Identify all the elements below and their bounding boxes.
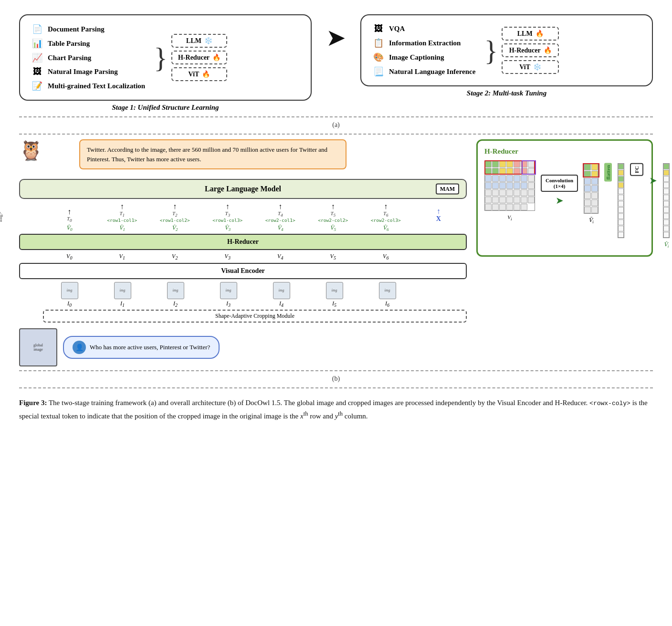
item-nli: 📃 Natural Language Inference	[372, 66, 475, 77]
conv-arrow: ➤	[556, 195, 564, 206]
vhat-1: V̂1	[96, 225, 149, 232]
vi-grid	[484, 160, 535, 211]
images-row: img I0 img I1 img I2 img I3 img I4 img I…	[19, 282, 467, 308]
stage2-hreducer: H-Reducer 🔥	[502, 43, 559, 57]
figure-a-label: (a)	[19, 121, 653, 129]
token-col-1: ↑ T1 <row1-col1>	[96, 203, 149, 223]
stage2-brace: }	[484, 36, 498, 65]
hreducer-inner: Vi Convolution(1×4) ➤	[484, 160, 645, 249]
stage1-items: 📄 Document Parsing 📊 Table Parsing 📈 Cha…	[31, 24, 145, 91]
global-image: globalimage	[19, 328, 57, 366]
vi-bar-label: V̄i	[588, 217, 594, 224]
item-natural: 🖼 Natural Image Parsing	[31, 67, 145, 77]
img-i4: img I4	[255, 282, 308, 308]
thumb-i1: img	[114, 282, 131, 299]
item-document: 📄 Document Parsing	[31, 24, 145, 34]
item-text-local: 📝 Multi-grained Text Localization	[31, 81, 145, 91]
vhat-4: V̂4	[254, 225, 307, 232]
item-chart: 📈 Chart Parsing	[31, 52, 145, 63]
llm-label: Large Language Model	[205, 185, 281, 193]
shape-adaptive-box: Shape-Adaptive Cropping Module	[43, 310, 467, 323]
stage2-vit: ViT ❄️	[502, 60, 559, 74]
code-token: <rowx-coly>	[589, 400, 630, 407]
stage2-label: Stage 2: Multi-task Tuning	[360, 89, 653, 97]
item-caption: 🎨 Image Captioning	[372, 52, 475, 63]
vi-hat-section: V̂i	[663, 163, 670, 249]
shape-adaptive-label: Shape-Adaptive Cropping Module	[215, 313, 294, 319]
token-col-3: ↑ T3 <row1-col3>	[201, 203, 254, 223]
v0: V0	[43, 253, 96, 261]
question-text: Who has more active users, Pinterest or …	[90, 344, 210, 351]
llm-snow-icon: ❄️	[204, 37, 212, 45]
separator-b	[19, 134, 653, 135]
separator-b2	[19, 370, 653, 371]
img-i0: img I0	[43, 282, 96, 308]
fc-arrow: ➤	[649, 175, 657, 186]
tokens-row: <global-img> ↑ T0 ↑ T1 <row1-col1> ↑ T2 …	[19, 203, 467, 223]
stage1-brace-modules: } LLM ❄️ H-Reducer 🔥 ViT 🔥	[154, 34, 227, 81]
stage1-label: Stage 1: Unified Structure Learning	[19, 104, 312, 112]
vi-bar-grid	[584, 163, 598, 214]
stage2-modules: LLM 🔥 H-Reducer 🔥 ViT ❄️	[502, 27, 559, 74]
vit-snow2-icon: ❄️	[533, 63, 541, 71]
stage-arrow: ➤	[326, 14, 346, 52]
top-owl-row: 🦉 Twitter. According to the image, there…	[19, 139, 467, 174]
token-col-4: ↑ T4 <row2-col1>	[254, 203, 307, 223]
thumb-i5: img	[326, 282, 343, 299]
vi-grid-container	[484, 160, 535, 211]
stage1-brace: }	[154, 43, 168, 72]
vit-flame-icon: 🔥	[202, 70, 210, 78]
natural-icon: 🖼	[31, 67, 44, 77]
bottom-row: globalimage 👤 Who has more active users,…	[19, 328, 467, 366]
img-i1: img I1	[96, 282, 149, 308]
hreducer-bar: H-Reducer	[19, 234, 467, 250]
stage1-llm: LLM ❄️	[171, 34, 227, 48]
chart-icon: 📈	[31, 52, 44, 63]
token-col-2: ↑ T2 <row1-col2>	[148, 203, 201, 223]
figure-b-label: (b)	[19, 375, 653, 383]
thumb-i3: img	[220, 282, 237, 299]
img-i2: img I2	[149, 282, 202, 308]
vi-bar-section: V̄i	[584, 163, 598, 224]
token-col-6: ↑ T6 <row2-col3>	[359, 203, 412, 223]
token-col-x: ↑ X	[412, 208, 465, 223]
flatten-label: flatten	[604, 163, 612, 182]
caption-text: The two-stage training framework (a) and…	[19, 399, 648, 420]
item-table: 📊 Table Parsing	[31, 38, 145, 49]
v1: V1	[96, 253, 149, 261]
hreducer-flame2-icon: 🔥	[544, 46, 552, 54]
v3: V3	[201, 253, 254, 261]
stage2-brace-modules: } LLM 🔥 H-Reducer 🔥 ViT ❄️	[484, 27, 559, 74]
vhat-5: V̂5	[307, 225, 360, 232]
hreducer-title: H-Reducer	[484, 147, 645, 156]
stage1-wrapper: 📄 Document Parsing 📊 Table Parsing 📈 Cha…	[19, 14, 312, 112]
vhat-row: V̂0 V̂1 V̂2 V̂3 V̂4 V̂5 V̂6	[19, 225, 467, 232]
v4: V4	[254, 253, 307, 261]
section-a: 📄 Document Parsing 📊 Table Parsing 📈 Cha…	[19, 14, 653, 112]
v-tokens-row: V0 V1 V2 V3 V4 V5 V6	[19, 253, 467, 261]
question-box: 👤 Who has more active users, Pinterest o…	[63, 336, 220, 359]
llm-flame2-icon: 🔥	[536, 30, 544, 38]
section-b: 🦉 Twitter. According to the image, there…	[19, 139, 653, 366]
vi-hat-label: V̂i	[664, 241, 669, 249]
caption-icon: 🎨	[372, 52, 385, 63]
stage2-items: 🖼 VQA 📋 Information Extraction 🎨 Image C…	[372, 24, 475, 77]
thumb-i4: img	[273, 282, 290, 299]
token-col-0: ↑ T0	[43, 208, 96, 223]
separator-b3	[19, 387, 653, 388]
thumb-i6: img	[379, 282, 396, 299]
nli-icon: 📃	[372, 66, 385, 77]
conv-box: Convolution(1×4)	[541, 175, 578, 192]
thumb-i2: img	[167, 282, 184, 299]
tall-vector-section	[618, 163, 624, 238]
document-icon: 📄	[31, 24, 44, 34]
separator-a	[19, 116, 653, 117]
llm-box: Large Language Model MAM	[19, 179, 467, 199]
vhat-6: V̂6	[359, 225, 412, 232]
img-i5: img I5	[308, 282, 361, 308]
flatten-section: flatten	[604, 163, 612, 182]
vi-bar-container	[584, 163, 598, 214]
stage1-vit: ViT 🔥	[171, 67, 227, 81]
stage2-box: 🖼 VQA 📋 Information Extraction 🎨 Image C…	[360, 14, 653, 86]
hreducer-flame-icon: 🔥	[212, 53, 220, 62]
